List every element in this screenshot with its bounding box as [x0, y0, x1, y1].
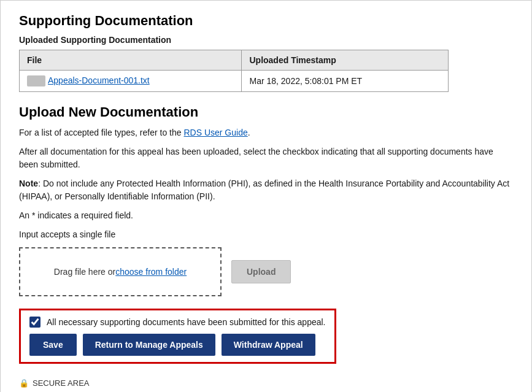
para3: Note: Do not include any Protected Healt…	[19, 177, 513, 203]
submit-group: All necessary supporting documents have …	[19, 309, 336, 364]
submitted-checkbox[interactable]	[29, 317, 40, 328]
lock-icon: 🔒	[19, 379, 29, 388]
table-cell-file: Appeals-Document-001.txt	[20, 71, 242, 92]
rds-user-guide-link[interactable]: RDS User Guide	[183, 128, 247, 137]
save-button[interactable]: Save	[29, 334, 77, 356]
upload-section-title: Upload New Documentation	[19, 104, 513, 120]
para1: For a list of accepted file types, refer…	[19, 126, 513, 139]
documents-table: File Uploaded Timestamp Appeals-Document…	[19, 50, 449, 92]
secure-area-row: 🔒 SECURE AREA	[19, 379, 513, 388]
table-row: Appeals-Document-001.txt Mar 18, 2022, 5…	[20, 71, 449, 92]
para1-text-prefix: For a list of accepted file types, refer…	[19, 128, 183, 137]
file-link[interactable]: Appeals-Document-001.txt	[48, 75, 150, 85]
para1-text-suffix: .	[248, 128, 250, 137]
secure-area-label: SECURE AREA	[33, 379, 89, 388]
uploaded-section-label: Uploaded Supporting Documentation	[19, 35, 513, 45]
table-header-file: File	[20, 50, 242, 71]
drop-zone-row: Drag file here or choose from folder Upl…	[19, 247, 513, 296]
file-icon	[27, 75, 45, 86]
withdraw-button[interactable]: Withdraw Appeal	[222, 334, 315, 356]
required-note: An * indicates a required field.	[19, 209, 513, 222]
upload-section: Upload New Documentation For a list of a…	[19, 104, 513, 296]
drop-zone[interactable]: Drag file here or choose from folder	[19, 247, 222, 296]
para2: After all documentation for this appeal …	[19, 145, 513, 171]
page-title: Supporting Documentation	[19, 13, 513, 29]
note-label: Note	[19, 179, 38, 188]
upload-button[interactable]: Upload	[231, 260, 291, 283]
buttons-row: Save Return to Manage Appeals Withdraw A…	[29, 334, 326, 356]
table-header-timestamp: Uploaded Timestamp	[242, 50, 449, 71]
drop-zone-text-prefix: Drag file here or	[54, 267, 115, 277]
checkbox-label: All necessary supporting documents have …	[47, 317, 326, 327]
table-cell-timestamp: Mar 18, 2022, 5:08:01 PM ET	[242, 71, 449, 92]
checkbox-row: All necessary supporting documents have …	[29, 317, 326, 328]
choose-from-folder-link[interactable]: choose from folder	[115, 267, 187, 277]
return-button[interactable]: Return to Manage Appeals	[83, 334, 215, 356]
page-wrapper: Supporting Documentation Uploaded Suppor…	[0, 0, 532, 392]
input-note: Input accepts a single file	[19, 228, 513, 241]
note-text: : Do not include any Protected Health In…	[19, 179, 509, 201]
